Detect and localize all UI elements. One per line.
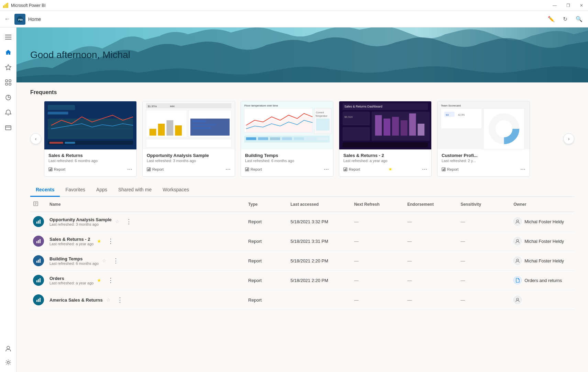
more-3[interactable]: ⋮ [113,257,119,264]
svg-text:Current: Current [316,111,324,114]
cards-next-button[interactable]: › [563,133,574,144]
card-3-more[interactable]: ··· [324,166,329,173]
logo-area: PBI Home [14,14,41,25]
star-5[interactable]: ☆ [106,297,111,303]
row-endorse-3: — [404,251,458,271]
sidebar-item-favorites[interactable] [1,60,15,74]
frequent-card-3[interactable]: Floor temperature over time [241,101,333,177]
topnav: ← PBI Home ✏️ ↻ 🔍 [0,11,588,27]
svg-rect-59 [258,137,268,140]
star-1[interactable]: ☆ [115,219,120,224]
frequent-card-4[interactable]: Sales & Returns Dashboard $9,916 [339,101,432,177]
svg-text:Floor temperature over time: Floor temperature over time [244,104,278,107]
row-owner-1: Michal Foster Heldy [511,212,574,232]
sidebar-item-apps[interactable] [1,76,15,89]
tab-favorites[interactable]: Favorites [60,183,91,197]
card-5-subtitle: Last refreshed: 2 y... [442,159,525,163]
svg-text:Temperatur: Temperatur [315,115,328,117]
svg-rect-78 [343,127,370,141]
tabs: Recents Favorites Apps Shared with me Wo… [30,183,574,197]
frequent-card-5[interactable]: Team Scorecard 83 42.9% Cust [437,101,530,177]
owner-avatar-5 [513,296,522,304]
svg-rect-118 [40,259,41,263]
tab-workspaces[interactable]: Workspaces [157,183,195,197]
row-accessed-1: 5/18/2021 3:32 PM [288,212,351,232]
edit-icon[interactable]: ✏️ [546,14,556,24]
minimize-button[interactable]: — [551,2,559,9]
row-accessed-3: 5/18/2021 2:20 PM [288,251,351,271]
svg-rect-86 [343,143,428,148]
svg-rect-64 [318,137,328,140]
tab-recents[interactable]: Recents [30,183,60,197]
tabs-section: Recents Favorites Apps Shared with me Wo… [16,183,588,197]
table-row[interactable]: Opportunity Analysis Sample Last refresh… [30,212,574,232]
sidebar-item-account[interactable] [1,342,15,356]
restore-button[interactable]: ❐ [564,2,572,9]
tab-shared[interactable]: Shared with me [113,183,157,197]
card-2-more[interactable]: ··· [225,166,231,173]
refresh-icon[interactable]: ↻ [562,14,569,24]
sidebar-item-menu[interactable] [1,30,15,44]
star-3[interactable]: ☆ [102,258,107,263]
svg-rect-33 [51,168,52,171]
card-4-more[interactable]: ··· [422,166,427,173]
svg-rect-60 [270,137,280,140]
svg-text:444: 444 [170,105,175,108]
svg-rect-1 [4,4,5,8]
close-button[interactable]: ✕ [578,2,585,9]
table-section: Name Type Last accessed Next Refresh End… [16,197,588,310]
sidebar-item-home[interactable] [1,45,15,59]
svg-text:PBI: PBI [18,18,23,21]
back-button[interactable]: ← [4,15,10,23]
table-row[interactable]: Sales & Returns - 2 Last refreshed: a ye… [30,232,574,251]
row-sensitivity-2: — [458,232,511,251]
row-sensitivity-4: — [458,271,511,290]
tab-apps[interactable]: Apps [91,183,113,197]
svg-rect-31 [49,169,50,171]
more-5[interactable]: ⋮ [117,296,123,304]
star-4[interactable]: ★ [97,278,101,283]
svg-rect-39 [149,129,156,136]
svg-rect-103 [444,168,445,171]
sidebar-item-workspaces[interactable] [1,121,15,135]
card-1-more[interactable]: ··· [127,166,132,173]
titlebar-controls: — ❐ ✕ [551,2,585,9]
col-type-header: Type [245,197,288,212]
row-icon-4 [33,275,44,286]
card-5-more[interactable]: ··· [520,166,525,173]
sidebar-item-metrics[interactable] [1,91,15,104]
more-1[interactable]: ⋮ [126,218,132,225]
search-icon[interactable]: 🔍 [574,14,584,24]
titlebar-left: Microsoft Power BI [3,3,46,8]
svg-rect-81 [384,119,390,136]
owner-avatar-1 [513,217,522,226]
card-2-type: Report [147,167,164,171]
recents-table: Name Type Last accessed Next Refresh End… [30,197,574,310]
svg-rect-47 [192,127,211,129]
row-accessed-4: 5/18/2021 2:20 PM [288,271,351,290]
table-row[interactable]: Building Temps Last refreshed: 6 months … [30,251,574,271]
cards-prev-button[interactable]: ‹ [30,133,41,144]
frequent-card-1[interactable]: Sales & Returns Last refreshed: 6 months… [44,101,137,177]
row-endorse-1: — [404,212,458,232]
table-row[interactable]: Orders Last refreshed: a year ago ★ ⋮ Re… [30,271,574,290]
svg-rect-71 [247,169,247,171]
row-icon-5 [33,294,44,305]
svg-rect-12 [9,83,11,85]
table-row[interactable]: America Sales & Returns ☆ ⋮ Report — — — [30,290,574,310]
row-sensitivity-1: — [458,212,511,232]
star-2[interactable]: ★ [97,238,101,244]
svg-rect-125 [40,298,41,302]
svg-rect-101 [443,169,443,171]
card-3-subtitle: Last refreshed: 6 months ago [245,159,329,163]
sidebar-item-settings[interactable] [1,356,15,369]
svg-text:$1.97m: $1.97m [148,105,157,108]
more-2[interactable]: ⋮ [108,237,114,245]
col-name-header: Name [47,197,245,212]
sidebar-bottom [1,342,15,369]
frequent-card-2[interactable]: $1.97m 444 [142,101,235,177]
sidebar-item-notifications[interactable] [1,106,15,120]
page-title: Home [28,16,41,22]
more-4[interactable]: ⋮ [108,277,114,284]
svg-rect-89 [345,169,346,171]
